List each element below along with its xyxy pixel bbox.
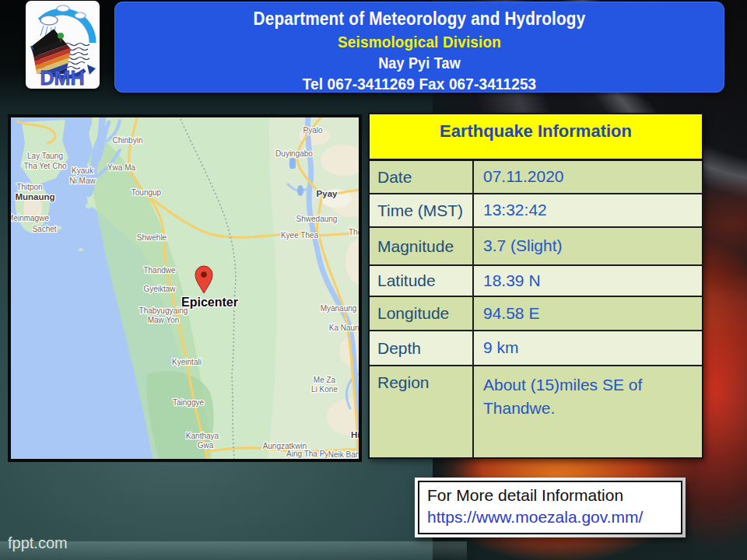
banner-line-phone: Tel 067-3411269 Fax 067-3411253 <box>145 75 694 93</box>
floor-reflection-band <box>0 541 467 560</box>
table-title: Earthquake Information <box>370 114 702 161</box>
map-town-label: Pyay <box>317 189 338 198</box>
map-town-label: Meinmagwe <box>11 214 49 222</box>
map-town-label: Ka Naung <box>329 324 359 332</box>
table-row-label: Longitude <box>370 297 474 330</box>
table-row: Region About (15)miles SE of Thandwe. <box>370 365 702 457</box>
table-row-value: 94.58 E <box>474 297 702 330</box>
table-row: Depth 9 km <box>370 330 702 365</box>
map-town-label: Myanaung <box>321 304 357 313</box>
map-town-label: Pyalo <box>303 126 322 135</box>
dmh-logo-text: DMH <box>40 67 85 89</box>
map-town-label: Me Za <box>314 376 336 384</box>
map-town-label: Aing Tha Pyu <box>286 450 333 458</box>
map-town-label: Neik Ban <box>328 450 359 459</box>
epicenter-map: Epicenter ChinbyinPyaloDuyingaboYwa MaLa… <box>8 114 362 462</box>
map-town-label: Thabyugyaing <box>139 306 188 315</box>
table-row-label: Depth <box>370 331 474 365</box>
map-town-label: Kanthaya <box>186 432 219 440</box>
map-town-label: Munaung <box>15 192 54 201</box>
map-town-label: Duyingabo <box>275 149 313 158</box>
table-row-label: Region <box>370 366 474 457</box>
table-row-label: Latitude <box>370 266 474 296</box>
table-row-value: 3.7 (Slight) <box>474 228 702 264</box>
map-svg: Epicenter ChinbyinPyaloDuyingaboYwa MaLa… <box>11 117 359 459</box>
map-town-label: Shwehle <box>137 233 167 242</box>
table-row: Longitude 94.58 E <box>370 296 702 330</box>
table-row-value: About (15)miles SE of Thandwe. <box>474 366 702 457</box>
map-town-label: Toungup <box>132 188 162 197</box>
table-row-label: Date <box>370 161 474 193</box>
table-row: Date 07.11.2020 <box>370 161 702 193</box>
map-town-label: Lay Taung <box>27 152 63 160</box>
map-town-label: Kyauk <box>72 166 94 175</box>
banner-line-department: Department of Meteorology and Hydrology <box>145 9 694 30</box>
map-town-label: Ywa Ma <box>107 163 136 172</box>
title-banner: Department of Meteorology and Hydrology … <box>114 2 724 93</box>
table-row-value: 13:32:42 <box>474 194 702 226</box>
epicenter-label: Epicenter <box>181 296 238 309</box>
map-town-label: Ni Maw <box>69 177 96 185</box>
info-box: For More detail Information https://www.… <box>415 478 686 537</box>
info-box-link[interactable]: https://www.moezala.gov.mm/ <box>427 506 673 527</box>
table-row-value: 07.11.2020 <box>474 161 702 193</box>
table-row-label: Magnitude <box>370 228 474 264</box>
map-town-label: Kyee Thea <box>281 231 319 240</box>
banner-line-city: Nay Pyi Taw <box>145 54 694 72</box>
dmh-logo-icon: DMH <box>26 1 100 89</box>
info-box-text: For More detail Information <box>427 485 673 506</box>
map-town-label: Maw Yon <box>148 316 180 324</box>
map-town-label: Chinbyin <box>113 136 143 145</box>
map-town-label: Thegon <box>349 228 359 236</box>
table-row-label: Time (MST) <box>370 194 474 226</box>
map-town-label: Gyeiktaw <box>143 285 176 293</box>
map-town-label: Gwa <box>198 441 214 450</box>
map-town-label: Thandwe <box>143 266 176 275</box>
table-row: Time (MST) 13:32:42 <box>370 193 702 226</box>
banner-line-division: Seismological Division <box>145 33 694 51</box>
fppt-watermark: fppt.com <box>8 534 68 552</box>
map-town-label: Tainggye <box>173 398 204 407</box>
map-town-label: Kyeintali <box>172 358 202 366</box>
map-town-label: Shwedaung <box>296 215 338 223</box>
map-town-label: Hinthada <box>351 430 359 439</box>
map-town-label: Sachet <box>32 225 56 233</box>
table-row: Magnitude 3.7 (Slight) <box>370 226 702 264</box>
earthquake-table-rows: Date 07.11.2020 Time (MST) 13:32:42 Magn… <box>370 161 702 457</box>
map-town-label: Li Kone <box>311 385 338 394</box>
table-row-value: 18.39 N <box>474 266 702 296</box>
map-town-label: Thitpon <box>16 183 42 191</box>
map-town-label: Tha Yet Cho <box>23 162 66 170</box>
table-row-value: 9 km <box>474 331 702 365</box>
earthquake-info-table: Earthquake Information Date 07.11.2020 T… <box>368 113 703 459</box>
dmh-logo: DMH <box>26 1 100 89</box>
table-row: Latitude 18.39 N <box>370 264 702 296</box>
